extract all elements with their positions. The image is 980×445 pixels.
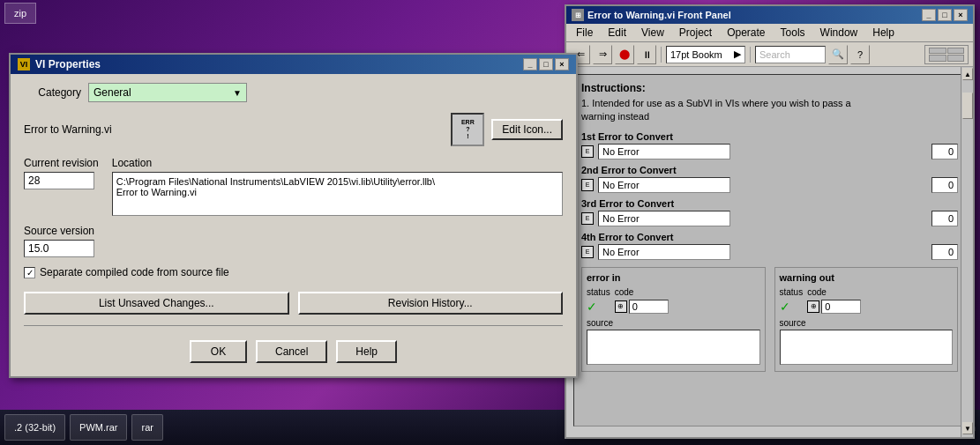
error-in-code-row: ⊕ 0 <box>615 300 669 314</box>
revision-location-row: Current revision Location C:\Program Fil… <box>24 157 563 216</box>
menu-tools[interactable]: Tools <box>775 26 811 40</box>
taskbar-item-pwm[interactable]: PWM.rar <box>70 414 127 441</box>
location-group: Location C:\Program Files\National Instr… <box>112 157 563 216</box>
error-in-source-textarea[interactable] <box>587 330 760 365</box>
error-3-num-input[interactable]: 0 <box>931 211 958 226</box>
error-4-cluster-icon: E <box>581 246 594 258</box>
source-version-row: Source version <box>24 225 563 257</box>
taskbar-item-labview[interactable]: .2 (32-bit) <box>4 414 65 441</box>
action-buttons-row: List Unsaved Changes... Revision History… <box>24 292 563 315</box>
warning-out-status-col: status ✓ <box>780 287 804 314</box>
toolbar-separator <box>661 47 662 63</box>
error-in-fields-row: status ✓ code ⊕ 0 <box>587 287 760 314</box>
warning-out-cluster: warning out status ✓ code ⊕ <box>774 267 959 372</box>
menu-help[interactable]: Help <box>867 26 900 40</box>
lv-close-button[interactable]: × <box>954 9 968 21</box>
error-4-num-input[interactable]: 0 <box>931 244 958 260</box>
forward-tool-button[interactable]: ⇒ <box>593 45 612 64</box>
lv-titlebar-controls: _ □ × <box>922 9 968 21</box>
desktop: zip VI VI Properties _ □ × Category Gene… <box>0 0 980 445</box>
help-icon[interactable]: ? <box>850 45 870 64</box>
edit-icon-button[interactable]: Edit Icon... <box>491 119 563 140</box>
error-3-text-input[interactable]: No Error <box>598 211 730 226</box>
search-icon[interactable]: 🔍 <box>828 45 848 64</box>
warning-out-code-col: code ⊕ 0 <box>807 287 861 314</box>
menu-operate[interactable]: Operate <box>722 26 770 40</box>
warning-out-code-row: ⊕ 0 <box>807 300 861 314</box>
instructions-line2: warning instead <box>581 110 958 123</box>
source-version-label: Source version <box>24 225 563 237</box>
location-textarea[interactable]: C:\Program Files\National Instruments\La… <box>112 172 563 216</box>
error-1-row: E No Error 0 <box>581 144 958 159</box>
source-version-input[interactable] <box>24 240 94 257</box>
cancel-button[interactable]: Cancel <box>256 340 327 363</box>
error-in-cluster: error in status ✓ code ⊕ <box>581 267 766 372</box>
ok-button[interactable]: OK <box>190 340 247 363</box>
taskbar-item-rar[interactable]: rar <box>131 414 162 441</box>
error-1-section: 1st Error to Convert E No Error 0 <box>581 131 958 159</box>
stop-tool-button[interactable]: ⬤ <box>615 45 634 64</box>
error-4-text-input[interactable]: No Error <box>598 244 730 260</box>
scrollbar-down-button[interactable]: ▼ <box>962 422 973 434</box>
scrollbar-up-button[interactable]: ▲ <box>962 68 973 80</box>
warning-out-code-input[interactable]: 0 <box>821 300 861 314</box>
font-select-arrow-icon: ▶ <box>734 48 741 60</box>
dialog-title-text: VI VI Properties <box>18 58 101 70</box>
error-3-label: 3rd Error to Convert <box>581 198 958 209</box>
labview-titlebar: ⊞ Error to Warning.vi Front Panel _ □ × <box>566 6 973 24</box>
error-2-row: E No Error 0 <box>581 177 958 193</box>
instructions-title: Instructions: <box>581 82 958 94</box>
error-1-text-input[interactable]: No Error <box>598 144 730 159</box>
scrollbar-thumb[interactable] <box>962 93 973 119</box>
lv-scrollbar[interactable]: ▲ ▼ <box>961 67 973 437</box>
menu-project[interactable]: Project <box>674 26 717 40</box>
current-revision-input[interactable] <box>24 172 94 189</box>
error-2-num-input[interactable]: 0 <box>931 177 958 193</box>
font-select[interactable]: 17pt Bookm ▶ <box>666 46 745 63</box>
warning-out-status-icon: ✓ <box>780 300 804 314</box>
error-convert-list: 1st Error to Convert E No Error 0 <box>581 131 958 260</box>
menu-edit[interactable]: Edit <box>602 26 632 40</box>
dialog-title-icon: VI <box>18 58 30 70</box>
error-3-section: 3rd Error to Convert E No Error 0 <box>581 198 958 226</box>
pause-tool-button[interactable]: ⏸ <box>637 45 656 64</box>
help-button[interactable]: Help <box>336 340 397 363</box>
error-2-label: 2nd Error to Convert <box>581 165 958 175</box>
zip-taskbar-item[interactable]: zip <box>4 3 36 24</box>
vi-icon-preview: ERR?! <box>451 113 484 146</box>
error-in-source-row: source <box>587 317 760 367</box>
close-button[interactable]: × <box>555 58 569 70</box>
error-2-text-input[interactable]: No Error <box>598 177 730 193</box>
warning-out-code-icon: ⊕ <box>807 300 819 313</box>
category-select[interactable]: General ▼ <box>88 83 247 102</box>
menu-file[interactable]: File <box>571 26 598 40</box>
error-1-num-input[interactable]: 0 <box>931 144 958 159</box>
error-in-code-input[interactable]: 0 <box>629 300 669 314</box>
error-3-row: E No Error 0 <box>581 211 958 226</box>
icon-area: ERR?! Edit Icon... <box>451 113 563 146</box>
list-unsaved-button[interactable]: List Unsaved Changes... <box>24 292 289 315</box>
lv-maximize-button[interactable]: □ <box>938 9 952 21</box>
vi-properties-dialog: VI VI Properties _ □ × Category General … <box>9 53 578 378</box>
error-3-cluster-icon: E <box>581 212 594 225</box>
lv-front-panel: Instructions: 1. Intended for use as a S… <box>566 67 973 437</box>
select-arrow-icon: ▼ <box>233 88 242 98</box>
error-in-title: error in <box>587 272 760 283</box>
search-box[interactable]: Search <box>755 46 826 63</box>
category-label: Category <box>24 86 81 99</box>
menu-window[interactable]: Window <box>815 26 864 40</box>
checkbox-label: Separate compiled code from source file <box>40 266 229 278</box>
lv-minimize-button[interactable]: _ <box>922 9 936 21</box>
revision-history-button[interactable]: Revision History... <box>298 292 564 315</box>
warning-out-source-textarea[interactable] <box>780 330 954 365</box>
vi-name-label: Error to Warning.vi <box>24 123 112 136</box>
maximize-button[interactable]: □ <box>539 58 553 70</box>
error-in-source-label: source <box>587 318 613 328</box>
separate-compiled-checkbox[interactable]: ✓ <box>24 267 35 278</box>
instructions-section: Instructions: 1. Intended for use as a S… <box>581 82 958 124</box>
error-2-section: 2nd Error to Convert E No Error 0 <box>581 165 958 193</box>
minimize-button[interactable]: _ <box>523 58 537 70</box>
lv-menubar: File Edit View Project Operate Tools Win… <box>566 24 973 42</box>
source-version-group: Source version <box>24 225 563 257</box>
menu-view[interactable]: View <box>636 26 670 40</box>
